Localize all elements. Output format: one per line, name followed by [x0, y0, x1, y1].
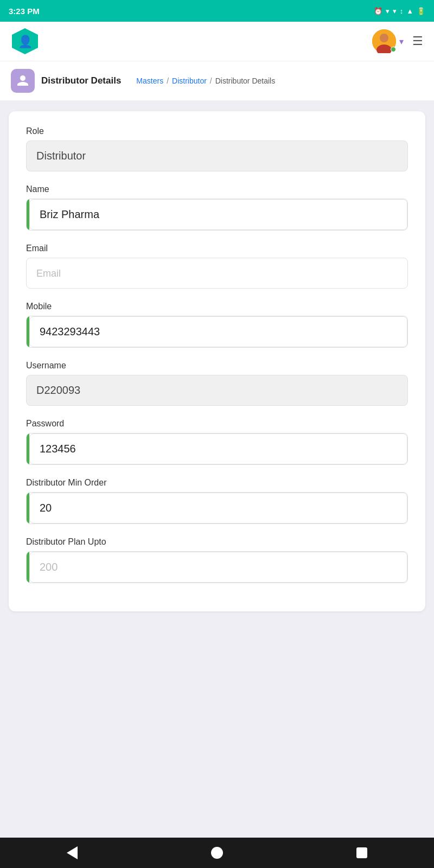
- mobile-label: Mobile: [26, 302, 408, 311]
- wifi-icon: ▾: [386, 7, 390, 15]
- breadcrumb-icon-box: [11, 69, 35, 93]
- recents-button[interactable]: [346, 842, 378, 864]
- dist-plan-upto-input[interactable]: [29, 552, 407, 583]
- role-label: Role: [26, 126, 408, 136]
- name-field-group: Name: [26, 184, 408, 231]
- breadcrumb-sep-2: /: [210, 76, 212, 85]
- password-label: Password: [26, 419, 408, 429]
- status-icons: ⏰ ▾ ▾ ↕ ▲ 🔋: [374, 7, 425, 15]
- dist-min-order-label: Distributor Min Order: [26, 478, 408, 488]
- breadcrumb-masters-link[interactable]: Masters: [136, 76, 163, 85]
- dist-min-order-input[interactable]: [29, 493, 407, 524]
- back-icon: [67, 846, 78, 859]
- hamburger-menu-icon[interactable]: ☰: [412, 34, 423, 48]
- breadcrumb-distributor-link[interactable]: Distributor: [172, 76, 207, 85]
- user-avatar-container[interactable]: ▾: [372, 29, 404, 53]
- dist-min-order-input-wrapper: [26, 492, 408, 524]
- password-input[interactable]: [29, 433, 407, 464]
- page-title: Distributor Details: [41, 75, 121, 86]
- name-label: Name: [26, 184, 408, 194]
- recents-icon: [356, 847, 367, 858]
- mobile-input[interactable]: [29, 316, 407, 347]
- dist-min-order-field-group: Distributor Min Order: [26, 478, 408, 524]
- back-button[interactable]: [56, 842, 88, 864]
- mobile-input-wrapper: [26, 316, 408, 348]
- mobile-field-group: Mobile: [26, 302, 408, 348]
- role-field-group: Role: [26, 126, 408, 171]
- username-input: [26, 375, 408, 406]
- password-input-wrapper: [26, 433, 408, 465]
- status-time: 3:23 PM: [9, 7, 40, 16]
- battery-icon: 🔋: [417, 7, 425, 15]
- email-field-group: Email: [26, 244, 408, 289]
- dist-plan-upto-input-wrapper: [26, 551, 408, 583]
- username-label: Username: [26, 361, 408, 371]
- breadcrumb-bar: Distributor Details Masters / Distributo…: [0, 61, 434, 100]
- breadcrumb-sep-1: /: [167, 76, 169, 85]
- person-icon: [16, 74, 29, 87]
- signal-bars-icon: ▲: [406, 7, 413, 15]
- svg-text:👤: 👤: [18, 34, 33, 49]
- online-dot: [391, 47, 396, 52]
- alarm-icon: ⏰: [374, 7, 382, 15]
- bottom-nav: [0, 838, 434, 868]
- name-input[interactable]: [29, 199, 407, 230]
- chevron-down-icon: ▾: [399, 36, 404, 47]
- app-logo: 👤: [11, 27, 39, 55]
- role-input: [26, 141, 408, 171]
- status-bar: 3:23 PM ⏰ ▾ ▾ ↕ ▲ 🔋: [0, 0, 434, 22]
- avatar: [372, 29, 396, 53]
- app-bar: 👤 ▾ ☰: [0, 22, 434, 61]
- signal-icon: ↕: [400, 7, 404, 15]
- home-button[interactable]: [201, 842, 233, 864]
- dist-plan-upto-field-group: Distributor Plan Upto: [26, 537, 408, 583]
- svg-point-3: [380, 34, 388, 42]
- dist-plan-upto-label: Distributor Plan Upto: [26, 537, 408, 547]
- email-input[interactable]: [26, 258, 408, 289]
- name-input-wrapper: [26, 199, 408, 231]
- app-bar-right: ▾ ☰: [372, 29, 423, 53]
- wifi-strength-icon: ▾: [393, 7, 397, 15]
- breadcrumb: Masters / Distributor / Distributor Deta…: [136, 76, 275, 85]
- home-icon: [211, 847, 223, 859]
- breadcrumb-current: Distributor Details: [215, 76, 275, 85]
- password-field-group: Password: [26, 419, 408, 465]
- form-card: Role Name Email Mobile Username Password: [9, 111, 425, 611]
- username-field-group: Username: [26, 361, 408, 406]
- email-label: Email: [26, 244, 408, 253]
